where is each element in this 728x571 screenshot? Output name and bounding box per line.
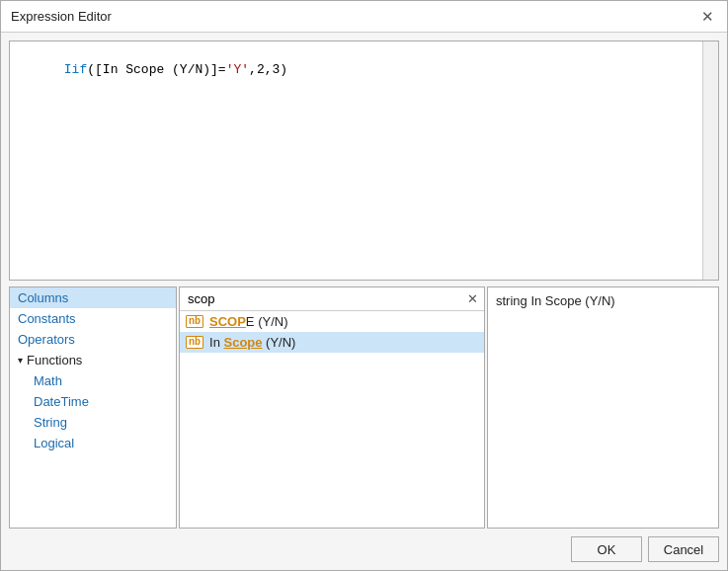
title-bar: Expression Editor ✕: [1, 1, 727, 33]
category-list: Columns Constants Operators ▾ Functions …: [9, 286, 177, 529]
dialog-title: Expression Editor: [11, 9, 112, 24]
result-text-2: In Scope (Y/N): [209, 335, 295, 350]
ok-button[interactable]: OK: [571, 536, 642, 562]
search-input[interactable]: [184, 290, 463, 307]
clear-search-button[interactable]: ✕: [465, 292, 480, 305]
search-results-panel: ✕ nb SCOPE (Y/N) nb In Scope (Y/N): [179, 286, 485, 529]
result-list: nb SCOPE (Y/N) nb In Scope (Y/N): [180, 311, 484, 528]
sidebar-item-constants[interactable]: Constants: [10, 308, 176, 329]
sidebar-item-string[interactable]: String: [10, 412, 176, 433]
footer: OK Cancel: [1, 529, 727, 570]
description-panel: string In Scope (Y/N): [487, 286, 719, 529]
result-item-scope[interactable]: nb SCOPE (Y/N): [180, 311, 484, 332]
bottom-panel: Columns Constants Operators ▾ Functions …: [9, 286, 719, 529]
result-item-in-scope[interactable]: nb In Scope (Y/N): [180, 332, 484, 353]
cancel-button[interactable]: Cancel: [648, 536, 719, 562]
close-button[interactable]: ✕: [697, 7, 717, 27]
expression-area: Iif([In Scope (Y/N)]='Y',2,3): [9, 41, 719, 281]
description-text: string In Scope (Y/N): [496, 293, 615, 308]
nb-badge-2: nb: [186, 336, 203, 349]
chevron-down-icon: ▾: [18, 355, 23, 366]
result-text-1: SCOPE (Y/N): [209, 314, 287, 329]
sidebar-item-datetime[interactable]: DateTime: [10, 391, 176, 412]
sidebar-item-math[interactable]: Math: [10, 370, 176, 391]
expression-input[interactable]: [10, 41, 718, 280]
sidebar-item-operators[interactable]: Operators: [10, 329, 176, 350]
sidebar-item-logical[interactable]: Logical: [10, 433, 176, 453]
nb-badge-1: nb: [186, 315, 203, 328]
search-row: ✕: [180, 287, 484, 311]
expression-editor-dialog: Expression Editor ✕ Iif([In Scope (Y/N)]…: [0, 0, 728, 571]
expression-scrollbar[interactable]: [702, 41, 718, 280]
sidebar-item-functions[interactable]: ▾ Functions: [10, 350, 176, 370]
sidebar-item-columns[interactable]: Columns: [10, 287, 176, 308]
